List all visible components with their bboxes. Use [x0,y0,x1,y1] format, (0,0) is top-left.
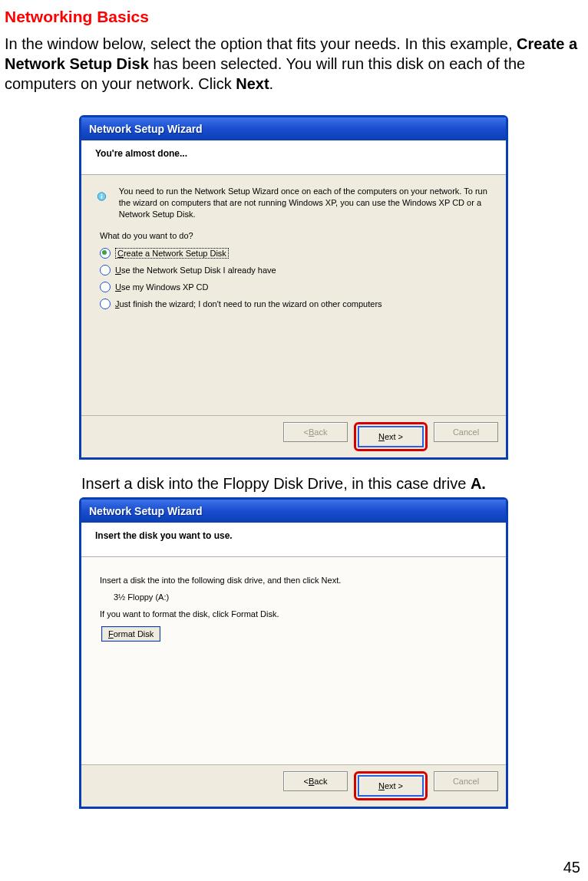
radio-option-just-finish[interactable]: Just finish the wizard; I don't need to … [100,299,491,309]
next-button-highlight: Next > [354,422,428,451]
cancel-button[interactable]: Cancel [434,771,498,791]
doc-intro-paragraph: In the window below, select the option t… [5,34,583,94]
mnemonic: N [378,781,385,790]
mnemonic: C [117,249,124,258]
radio-label: Use my Windows XP CD [115,282,208,292]
window-titlebar: Network Setup Wizard [81,117,506,140]
wizard-window-1: Network Setup Wizard You're almost done.… [79,115,508,460]
mnemonic: U [115,282,121,292]
next-button-highlight: Next > [354,771,428,800]
radio-option-use-existing-disk[interactable]: Use the Network Setup Disk I already hav… [100,265,491,276]
cancel-button[interactable]: Cancel [434,422,498,442]
text: ext > [385,781,403,790]
text: Insert a disk into the Floppy Disk Drive… [81,475,471,492]
format-disk-button[interactable]: Format Disk [101,626,160,642]
mnemonic: B [309,427,314,437]
mnemonic: F [108,629,114,638]
window-titlebar: Network Setup Wizard [81,500,506,523]
bold-next: Next [236,75,269,92]
doc-heading: Networking Basics [5,8,583,26]
radio-option-create-disk[interactable]: Create a Network Setup Disk [100,248,491,259]
radio-icon [100,282,111,292]
wizard-body: You need to run the Network Setup Wizard… [81,175,506,415]
wizard-footer: < Back Next > Cancel [81,764,506,807]
svg-point-2 [101,193,103,195]
wizard-question: What do you want to do? [100,231,491,240]
wizard-header: You're almost done... [81,140,506,175]
text-span: In the window below, select the option t… [5,35,517,52]
wizard-body: Insert a disk the into the following dis… [81,557,506,764]
next-button[interactable]: Next > [358,426,424,447]
radio-label: Use the Network Setup Disk I already hav… [115,266,276,275]
text: ack [314,777,327,786]
info-icon [97,186,107,207]
label-rest: se my Windows XP CD [121,282,209,292]
drive-label: 3½ Floppy (A:) [114,592,491,602]
insert-disk-text: Insert a disk the into the following dis… [100,576,491,585]
wizard-window-2: Network Setup Wizard Insert the disk you… [79,497,508,809]
back-button[interactable]: < Back [283,422,348,442]
mnemonic: U [115,266,121,275]
wizard-header: Insert the disk you want to use. [81,523,506,557]
bold-drive-letter: A. [471,475,486,492]
label-rest: reate a Network Setup Disk [124,249,226,258]
text: ext > [385,432,403,441]
radio-label: Create a Network Setup Disk [115,248,229,259]
caption-insert-disk: Insert a disk into the Floppy Disk Drive… [81,475,583,493]
svg-rect-1 [101,196,103,199]
text-span: . [269,75,274,92]
radio-label: Just finish the wizard; I don't need to … [115,299,382,309]
radio-icon [100,248,111,259]
radio-icon [100,299,111,309]
back-button[interactable]: < Back [283,771,348,791]
label-rest: ust finish the wizard; I don't need to r… [120,299,382,309]
text: ormat Disk [114,629,154,638]
text: ack [314,427,327,437]
radio-icon [100,265,111,276]
label-rest: se the Network Setup Disk I already have [121,266,276,275]
next-button[interactable]: Next > [358,775,424,797]
format-instruction: If you want to format the disk, click Fo… [100,609,491,619]
mnemonic: B [309,777,314,786]
wizard-info-text: You need to run the Network Setup Wizard… [119,186,491,220]
wizard-footer: < Back Next > Cancel [81,415,506,457]
mnemonic: N [378,432,385,441]
radio-option-use-xp-cd[interactable]: Use my Windows XP CD [100,282,491,292]
